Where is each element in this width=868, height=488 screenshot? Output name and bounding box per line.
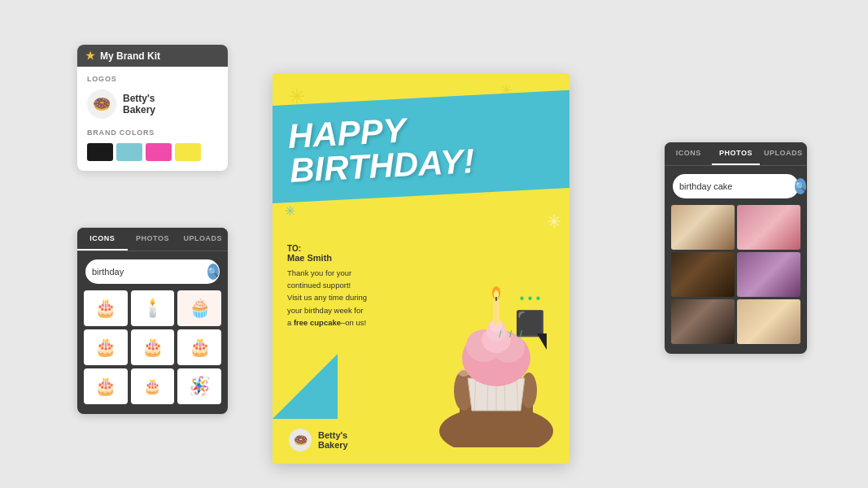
- card-logo-icon: 🍩: [289, 429, 312, 451]
- tab-uploads-right[interactable]: UPLOADS: [760, 142, 807, 165]
- brand-kit-panel: ★ My Brand Kit LOGOS 🍩 Betty'sBakery BRA…: [77, 45, 228, 171]
- icons-search-panel: ICONS PHOTOS UPLOADS 🔍 🎂 🕯️ 🧁 🎂 🎂 🎂 🎂 🎂 …: [77, 228, 228, 414]
- photo-cell-1[interactable]: [671, 205, 735, 250]
- card-banner: HAPPY BIRTHDAY!: [273, 89, 569, 204]
- tab-uploads-left[interactable]: UPLOADS: [177, 228, 228, 251]
- tab-icons-right[interactable]: ICONS: [665, 142, 712, 165]
- icon-search-bar: 🔍: [85, 259, 220, 284]
- color-swatch-pink: [146, 143, 172, 161]
- sparkle-ticks: / / /: [499, 329, 525, 340]
- color-swatch-yellow: [175, 143, 201, 161]
- svg-rect-19: [493, 297, 499, 325]
- logo-row: 🍩 Betty'sBakery: [87, 89, 218, 119]
- icon-search-input[interactable]: [92, 267, 204, 277]
- card-text-content: TO: Mae Smith Thank you for yourcontinue…: [287, 244, 367, 329]
- star-icon: ★: [85, 50, 95, 62]
- photo-search-button[interactable]: 🔍: [795, 178, 806, 194]
- icon-cell-4[interactable]: 🎂: [84, 329, 128, 365]
- cursor-arrow: [537, 333, 547, 350]
- recipient-name: Mae Smith: [287, 253, 367, 263]
- photo-cell-6[interactable]: [737, 299, 800, 344]
- brand-colors-row: [87, 143, 218, 161]
- card-logo-name: Betty'sBakery: [318, 430, 348, 450]
- icon-cell-7[interactable]: 🎂: [84, 368, 128, 404]
- card-logo: 🍩 Betty'sBakery: [289, 429, 348, 451]
- firework-3: ✳: [285, 203, 295, 219]
- photo-grid: [665, 205, 807, 344]
- brand-logo-icon: 🍩: [87, 89, 116, 119]
- tab-icons-left[interactable]: ICONS: [77, 228, 128, 251]
- photo-search-bar: 🔍: [673, 174, 799, 198]
- photo-cell-3[interactable]: [671, 252, 735, 297]
- photo-cell-4[interactable]: [737, 252, 800, 297]
- icon-cell-3[interactable]: 🧁: [177, 290, 221, 326]
- firework-4: ✳: [547, 211, 561, 233]
- brand-logo-name: Betty'sBakery: [123, 93, 155, 116]
- icon-search-button[interactable]: 🔍: [207, 264, 219, 280]
- icon-cell-9[interactable]: 🪅: [177, 368, 221, 404]
- sparkle-dots: • • •: [515, 291, 545, 306]
- tab-photos-right[interactable]: PHOTOS: [712, 142, 759, 165]
- color-swatch-black: [87, 143, 113, 161]
- icon-cell-2[interactable]: 🕯️: [131, 290, 175, 326]
- photo-cell-2[interactable]: [737, 205, 800, 250]
- icon-cell-5[interactable]: 🎂: [131, 329, 175, 365]
- icon-grid: 🎂 🕯️ 🧁 🎂 🎂 🎂 🎂 🎂 🪅: [77, 290, 228, 404]
- logos-label: LOGOS: [87, 75, 218, 83]
- right-tab-bar: ICONS PHOTOS UPLOADS: [665, 142, 807, 166]
- photo-search-input[interactable]: [679, 181, 792, 191]
- birthday-card: ✳ ✳ ✳ ✳ HAPPY BIRTHDAY!: [273, 73, 569, 464]
- icon-cell-8[interactable]: 🎂: [131, 368, 175, 404]
- photo-cell-5[interactable]: [671, 299, 735, 344]
- photos-search-panel: ICONS PHOTOS UPLOADS 🔍: [665, 142, 807, 354]
- brand-colors-label: BRAND COLORS: [87, 129, 218, 137]
- icon-cell-6[interactable]: 🎂: [177, 329, 221, 365]
- teal-triangle: [273, 354, 338, 419]
- tab-photos-left[interactable]: PHOTOS: [128, 228, 178, 251]
- brand-kit-title: ★ My Brand Kit: [77, 45, 228, 67]
- cupcake-illustration: [415, 252, 569, 447]
- color-swatch-teal: [116, 143, 142, 161]
- left-tab-bar: ICONS PHOTOS UPLOADS: [77, 228, 228, 251]
- icon-cell-1[interactable]: 🎂: [84, 290, 128, 326]
- card-message: Thank you for yourcontinued support!Visi…: [287, 267, 367, 329]
- to-label: TO:: [287, 244, 367, 253]
